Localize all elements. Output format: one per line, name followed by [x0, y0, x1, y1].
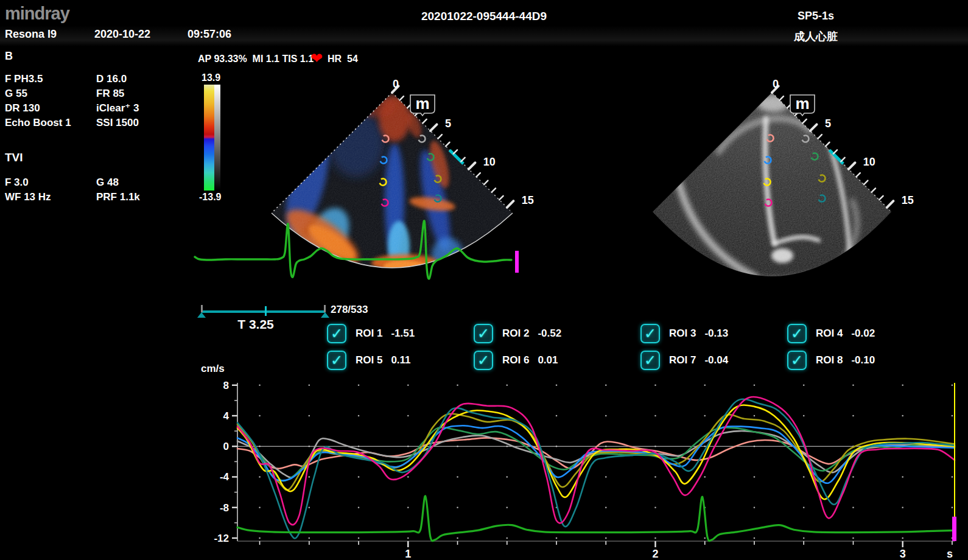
check-icon: ✓ — [331, 353, 343, 368]
svg-text:4: 4 — [223, 410, 230, 422]
roi-checkbox[interactable]: ✓ — [787, 324, 807, 343]
roi-checkbox-item: ✓ROI 2-0.52 — [474, 324, 561, 343]
roi-value: -0.52 — [538, 327, 561, 340]
svg-text:0: 0 — [773, 78, 779, 90]
frame-counter: 278/533 — [331, 304, 368, 316]
check-icon: ✓ — [477, 353, 489, 368]
color-doppler-image — [263, 88, 517, 283]
svg-text:2: 2 — [652, 548, 658, 560]
roi-label: ROI 5 — [356, 354, 382, 366]
roi-value: -0.13 — [704, 327, 728, 340]
svg-text:-12: -12 — [214, 533, 229, 544]
left-mindray-m-logo: m — [410, 94, 435, 116]
roi-checkbox[interactable]: ✓ — [474, 351, 493, 370]
roi-checkbox-item: ✓ROI 8-0.10 — [787, 351, 875, 369]
bmode-image — [648, 88, 898, 289]
roi-value: 0.01 — [538, 354, 558, 366]
right-mindray-m-logo: m — [790, 94, 815, 116]
check-icon: ✓ — [331, 326, 343, 341]
roi-label: ROI 2 — [502, 327, 529, 340]
x-unit-label: s — [947, 548, 953, 560]
svg-text:-8: -8 — [220, 502, 229, 514]
roi-label: ROI 8 — [816, 354, 843, 366]
check-icon: ✓ — [477, 326, 489, 341]
check-icon: ✓ — [644, 326, 656, 341]
roi-label: ROI 4 — [816, 327, 843, 340]
roi-checkbox-item: ✓ROI 1-1.51 — [327, 324, 415, 343]
roi-checkbox-item: ✓ROI 60.01 — [474, 351, 558, 369]
roi-checkbox-item: ✓ROI 7-0.04 — [640, 351, 728, 369]
cine-slider-position-marker[interactable] — [265, 306, 267, 316]
chart-y-unit-label: cm/s — [201, 363, 225, 375]
roi-value: -1.51 — [391, 327, 415, 340]
graphics-scene: 051015051015mm840-4-8-12123s — [0, 0, 968, 560]
roi-checkbox[interactable]: ✓ — [327, 324, 346, 343]
ecg-frame-cursor[interactable] — [515, 251, 519, 273]
time-interval-label: T 3.25 — [216, 317, 295, 332]
svg-text:m: m — [795, 94, 809, 113]
svg-text:3: 3 — [900, 548, 906, 560]
roi-checkbox-item: ✓ROI 50.11 — [327, 351, 411, 369]
svg-text:m: m — [415, 94, 429, 113]
roi-value: -0.04 — [704, 354, 728, 366]
roi-value: -0.02 — [851, 327, 875, 340]
svg-text:5: 5 — [825, 117, 831, 130]
roi-velocity-trace — [237, 399, 955, 539]
roi-checkbox[interactable]: ✓ — [640, 351, 660, 370]
svg-text:-4: -4 — [220, 471, 230, 483]
roi-checkbox-item: ✓ROI 3-0.13 — [640, 324, 728, 343]
svg-text:15: 15 — [522, 194, 534, 206]
svg-text:10: 10 — [863, 156, 875, 168]
ecg-trace — [237, 496, 955, 541]
velocity-waveform-chart: 840-4-8-12123s — [214, 380, 956, 560]
svg-text:1: 1 — [405, 548, 411, 560]
cine-slider-track[interactable] — [201, 310, 326, 313]
roi-value: 0.11 — [391, 354, 410, 366]
check-icon: ✓ — [644, 353, 656, 368]
roi-checkbox[interactable]: ✓ — [640, 324, 660, 343]
cine-slider-end-handle[interactable] — [321, 312, 329, 318]
cine-slider-start-post — [201, 305, 203, 312]
svg-text:10: 10 — [483, 156, 496, 168]
chart-cursor-mark[interactable] — [952, 517, 956, 541]
svg-text:8: 8 — [223, 380, 229, 391]
cine-slider-end-post — [324, 305, 326, 312]
roi-checkbox[interactable]: ✓ — [787, 351, 807, 370]
cine-loop-slider[interactable] — [201, 307, 326, 316]
cine-slider-start-handle[interactable] — [197, 312, 206, 318]
roi-label: ROI 1 — [356, 327, 382, 340]
svg-text:5: 5 — [445, 117, 451, 130]
check-icon: ✓ — [791, 353, 803, 368]
ultrasound-screen: mindray Resona I9 2020-10-22 09:57:06 20… — [0, 0, 968, 560]
check-icon: ✓ — [791, 326, 803, 341]
svg-text:0: 0 — [393, 78, 399, 90]
roi-checkbox-item: ✓ROI 4-0.02 — [787, 324, 875, 343]
roi-label: ROI 7 — [669, 354, 696, 366]
roi-checkbox[interactable]: ✓ — [474, 324, 493, 343]
roi-value: -0.10 — [851, 354, 875, 366]
roi-label: ROI 6 — [502, 354, 529, 366]
roi-label: ROI 3 — [669, 327, 696, 340]
roi-checkbox[interactable]: ✓ — [327, 351, 346, 370]
svg-text:15: 15 — [902, 194, 914, 206]
svg-text:0: 0 — [223, 441, 229, 452]
